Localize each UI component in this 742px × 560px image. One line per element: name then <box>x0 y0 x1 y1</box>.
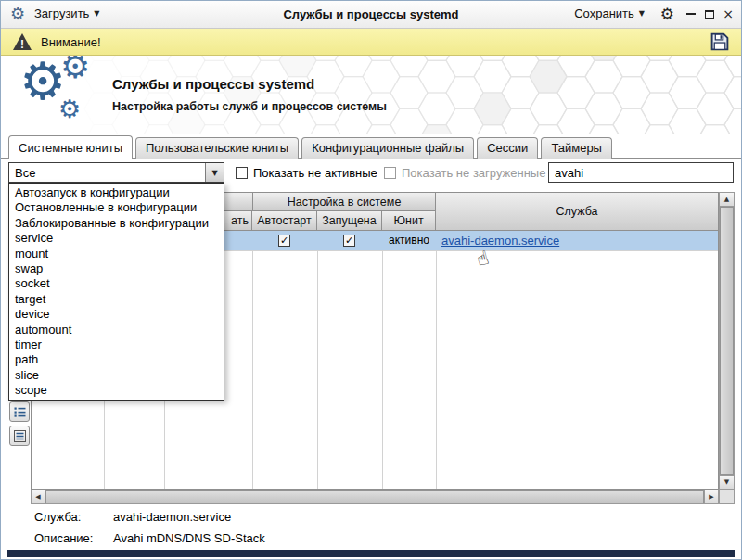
svg-text:!: ! <box>20 38 24 51</box>
scroll-left-button[interactable]: ◀ <box>32 490 45 503</box>
window-title: Службы и процессы systemd <box>168 7 574 21</box>
unit-state: активно <box>382 231 436 250</box>
dropdown-item[interactable]: socket <box>9 276 224 291</box>
list-view-button[interactable] <box>9 401 30 422</box>
dropdown-item[interactable]: service <box>9 231 224 246</box>
vertical-scrollbar[interactable]: ▲ ▼ <box>719 192 735 490</box>
autostart-checkbox[interactable]: ✓ <box>278 235 290 247</box>
app-header: ⚙ ⚙ ⚙ Службы и процессы systemd Настройк… <box>1 56 741 134</box>
unit-filter-dropdown-list: Автозапуск в конфигурации Остановленные … <box>8 183 224 401</box>
column-header-running: Запущена <box>317 211 382 231</box>
column-group-system: Настройка в системе <box>252 193 436 211</box>
caret-down-icon: ▼ <box>94 9 99 18</box>
dropdown-item[interactable]: Остановленные в конфигурации <box>9 200 224 215</box>
running-checkbox[interactable]: ✓ <box>343 235 355 247</box>
save-menu-button[interactable]: Сохранить ▼ <box>574 6 645 20</box>
warning-text: Внимание! <box>41 35 101 49</box>
dropdown-item[interactable]: swap <box>9 261 224 276</box>
description-detail-label: Описание: <box>34 531 93 545</box>
window-bottom-border <box>7 550 735 557</box>
save-file-button[interactable] <box>710 32 730 52</box>
tab-user-units[interactable]: Пользовательские юниты <box>135 137 299 159</box>
minimize-button[interactable] <box>684 6 698 21</box>
warning-bar: ! Внимание! <box>1 29 741 56</box>
tab-timers[interactable]: Таймеры <box>541 137 612 159</box>
horizontal-scroll-thumb[interactable] <box>45 490 704 503</box>
grid-line <box>436 250 437 489</box>
column-header-unit: Юнит <box>382 211 436 231</box>
scroll-up-button[interactable]: ▲ <box>720 193 734 207</box>
page-title: Службы и процессы systemd <box>112 76 314 92</box>
dropdown-item[interactable]: Заблокированные в конфигурации <box>9 216 224 231</box>
show-inactive-label: Показать не активные <box>253 166 377 180</box>
show-unloaded-checkbox[interactable]: Показать не загруженные <box>384 166 545 180</box>
grid-line <box>252 250 253 489</box>
caret-down-icon: ▼ <box>639 9 645 18</box>
chevron-down-icon: ▼ <box>211 169 217 177</box>
service-link[interactable]: avahi-daemon.service <box>441 231 559 250</box>
service-detail-value: avahi-daemon.service <box>113 510 231 524</box>
show-inactive-checkbox[interactable]: Показать не активные <box>236 166 377 180</box>
show-unloaded-label: Показать не загруженные <box>402 166 545 180</box>
unit-filter-combobox[interactable]: Все ▼ <box>8 162 224 183</box>
minimize-icon <box>686 13 696 15</box>
checkbox-box[interactable] <box>384 167 396 179</box>
titlebar: ⚙ Загрузить ▼ Службы и процессы systemd … <box>1 1 741 29</box>
close-button[interactable]: × <box>721 6 736 21</box>
detail-view-button[interactable] <box>9 426 30 446</box>
dropdown-item[interactable]: scope <box>9 383 224 398</box>
dropdown-item[interactable]: slice <box>9 368 224 383</box>
search-input[interactable] <box>548 162 734 183</box>
app-window: ⚙ Загрузить ▼ Службы и процессы systemd … <box>0 0 742 560</box>
maximize-icon <box>705 10 714 19</box>
page-subtitle: Настройка работы служб и процессов систе… <box>112 100 387 113</box>
service-detail-label: Служба: <box>34 510 81 524</box>
close-icon: × <box>723 7 734 20</box>
dropdown-item[interactable]: mount <box>9 247 224 261</box>
unit-filter-value: Все <box>9 163 205 182</box>
tab-config-files[interactable]: Конфигурационные файлы <box>301 137 474 159</box>
checkbox-box[interactable] <box>236 167 248 179</box>
save-menu-label: Сохранить <box>574 6 634 20</box>
tab-bar: Системные юниты Пользовательские юниты К… <box>1 134 741 159</box>
logo-gear-icon: ⚙ <box>60 56 90 83</box>
dropdown-item[interactable]: Автозапуск в конфигурации <box>9 185 224 200</box>
hexagon-pattern <box>1 56 741 134</box>
warning-icon: ! <box>12 32 32 51</box>
floppy-icon <box>710 32 730 52</box>
horizontal-scrollbar[interactable]: ◀ ▶ <box>31 490 719 504</box>
scroll-down-button[interactable]: ▼ <box>720 475 734 489</box>
scrollbar-corner <box>719 490 735 504</box>
dropdown-item[interactable]: device <box>9 307 224 322</box>
combobox-arrow-button[interactable]: ▼ <box>205 163 224 182</box>
load-menu-button[interactable]: Загрузить ▼ <box>34 6 100 20</box>
column-header-service: Служба <box>436 193 718 231</box>
numbered-list-icon <box>13 429 27 443</box>
grid-line <box>317 250 318 489</box>
dropdown-item[interactable]: target <box>9 292 224 307</box>
settings-gear-button[interactable]: ⚙ <box>660 5 674 23</box>
description-detail-value: Avahi mDNS/DNS SD-Stack <box>113 531 265 545</box>
tab-sessions[interactable]: Сессии <box>477 137 538 159</box>
tab-system-units[interactable]: Системные юниты <box>8 135 133 159</box>
app-gear-icon: ⚙ <box>10 4 25 23</box>
maximize-button[interactable] <box>702 6 717 21</box>
grid-line <box>382 250 383 489</box>
dropdown-item[interactable]: path <box>9 352 224 367</box>
load-menu-label: Загрузить <box>34 6 89 20</box>
dropdown-item[interactable]: timer <box>9 337 224 352</box>
list-icon <box>13 405 27 419</box>
logo-gear-icon: ⚙ <box>58 96 81 121</box>
vertical-scroll-thumb[interactable] <box>720 207 734 475</box>
dropdown-item[interactable]: automount <box>9 323 224 337</box>
column-header-autostart: Автостарт <box>252 211 317 231</box>
scroll-right-button[interactable]: ▶ <box>704 490 718 503</box>
